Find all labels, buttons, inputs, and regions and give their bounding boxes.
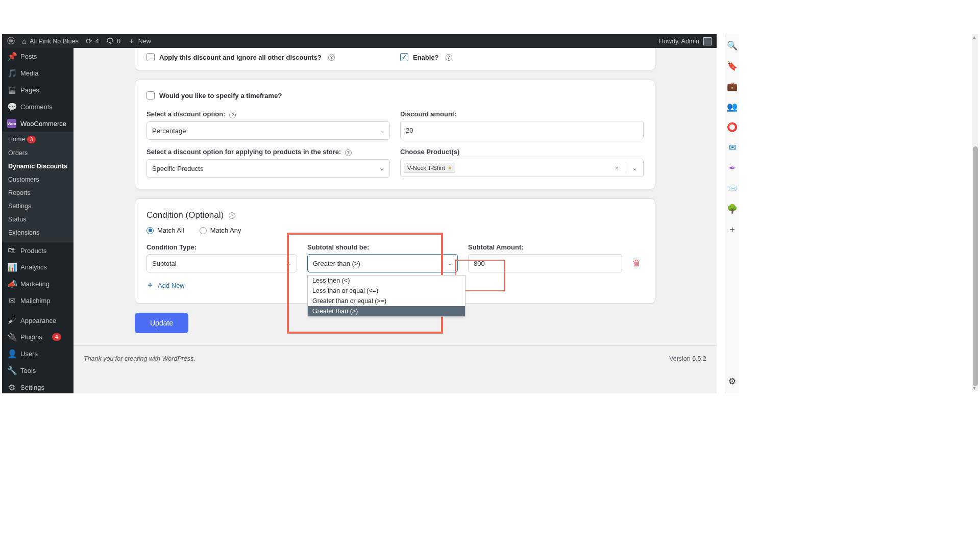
- discount-option-select[interactable]: Percentage⌄: [146, 121, 390, 140]
- menu-marketing[interactable]: 📣Marketing: [2, 276, 74, 292]
- chevron-down-icon: ⌄: [448, 260, 452, 267]
- content-area: Apply this discount and ignore all other…: [74, 48, 717, 393]
- home-icon: ⌂: [22, 37, 27, 45]
- update-button[interactable]: Update: [135, 313, 188, 333]
- outlook-icon[interactable]: ✉: [727, 142, 738, 153]
- apply-discount-checkbox[interactable]: Apply this discount and ignore all other…: [146, 53, 335, 61]
- menu-pages-label: Pages: [20, 86, 39, 94]
- submenu-settings[interactable]: Settings: [2, 199, 74, 213]
- submenu-home[interactable]: Home 3: [2, 133, 74, 146]
- condition-type-select[interactable]: Subtotal⌄: [146, 254, 297, 272]
- menu-mailchimp[interactable]: ✉Mailchimp: [2, 292, 74, 309]
- menu-appearance[interactable]: 🖌Appearance: [2, 312, 74, 329]
- appearance-icon: 🖌: [7, 316, 16, 325]
- pin-icon: 📌: [7, 52, 16, 61]
- choose-products-label: Choose Product(s): [400, 148, 644, 156]
- opt-less-than[interactable]: Less then (<): [308, 276, 465, 286]
- subtotal-operator-select[interactable]: Greater than (>)⌄: [307, 254, 458, 272]
- info-icon[interactable]: ?: [229, 112, 236, 118]
- plugins-badge: 4: [52, 333, 61, 341]
- menu-settings[interactable]: ⚙Settings: [2, 379, 74, 393]
- updates-link[interactable]: ⟳4: [86, 37, 99, 46]
- discount-amount-label: Discount amount:: [400, 110, 644, 118]
- add-tool-icon[interactable]: ＋: [727, 224, 738, 234]
- submenu-status[interactable]: Status: [2, 213, 74, 226]
- media-icon: 🎵: [7, 68, 16, 78]
- scroll-thumb[interactable]: [973, 146, 978, 386]
- tree-icon[interactable]: 🌳: [727, 204, 738, 214]
- chevron-down-icon: ⌄: [380, 128, 384, 134]
- applying-to-select[interactable]: Specific Products⌄: [146, 159, 390, 178]
- divider: [626, 162, 626, 173]
- submenu-customers[interactable]: Customers: [2, 173, 74, 186]
- menu-analytics-label: Analytics: [20, 263, 47, 271]
- people-icon[interactable]: 👥: [727, 102, 738, 112]
- scrollbar[interactable]: ▲ ▼: [972, 34, 978, 391]
- comments-count: 0: [117, 38, 120, 45]
- opt-gte[interactable]: Greater than or equal (>=): [308, 296, 465, 306]
- menu-mailchimp-label: Mailchimp: [20, 297, 51, 305]
- menu-plugins-label: Plugins: [20, 333, 42, 341]
- menu-posts-label: Posts: [20, 53, 37, 60]
- enable-checkbox[interactable]: Enable??: [400, 53, 452, 61]
- new-content-link[interactable]: ＋New: [128, 36, 151, 46]
- delete-condition-icon[interactable]: 🗑: [632, 259, 641, 268]
- match-all-radio[interactable]: Match All: [146, 227, 184, 234]
- menu-woocommerce[interactable]: WooWooCommerce: [2, 115, 74, 132]
- site-name-link[interactable]: ⌂All Pink No Blues: [22, 37, 79, 45]
- wp-logo[interactable]: ⓦ: [7, 36, 15, 46]
- scroll-up-icon[interactable]: ▲: [972, 34, 977, 40]
- avatar[interactable]: [703, 37, 712, 45]
- menu-analytics[interactable]: 📊Analytics: [2, 259, 74, 276]
- match-any-label: Match Any: [210, 227, 241, 234]
- chevron-down-icon[interactable]: ⌄: [629, 165, 640, 171]
- discount-amount-input[interactable]: [400, 121, 644, 139]
- comments-icon: 💬: [7, 102, 16, 112]
- opt-greater-than[interactable]: Greater than (>): [308, 306, 465, 316]
- menu-products[interactable]: 🛍Products: [2, 242, 74, 259]
- choose-products-multiselect[interactable]: V-Neck T-Shirt× × ⌄: [400, 159, 644, 177]
- footer-thanks: Thank you for creating with WordPress.: [84, 355, 195, 362]
- search-icon[interactable]: 🔍: [727, 40, 738, 51]
- subtotal-amount-input[interactable]: [468, 254, 622, 272]
- scroll-down-icon[interactable]: ▼: [972, 385, 977, 391]
- menu-tools-label: Tools: [20, 367, 36, 374]
- plus-icon: ＋: [146, 281, 154, 290]
- info-icon[interactable]: ?: [345, 149, 352, 156]
- tag-icon[interactable]: 🔖: [727, 61, 738, 71]
- discount-options-card: Would you like to specify a timeframe? S…: [135, 80, 655, 189]
- tag-remove-icon[interactable]: ×: [448, 165, 452, 171]
- menu-media[interactable]: 🎵Media: [2, 65, 74, 82]
- menu-users[interactable]: 👤Users: [2, 345, 74, 362]
- settings-icon: ⚙: [7, 383, 16, 392]
- match-any-radio[interactable]: Match Any: [200, 227, 241, 234]
- subtotal-should-be-label: Subtotal should be:: [307, 243, 458, 251]
- submenu-orders[interactable]: Orders: [2, 146, 74, 160]
- menu-posts[interactable]: 📌Posts: [2, 48, 74, 65]
- comments-icon: 🗨: [106, 37, 114, 45]
- menu-pages[interactable]: ▤Pages: [2, 82, 74, 98]
- info-icon[interactable]: ?: [446, 54, 452, 61]
- office-icon[interactable]: ⭕: [727, 122, 738, 132]
- gear-icon[interactable]: ⚙: [727, 376, 738, 386]
- briefcase-icon[interactable]: 💼: [727, 81, 738, 91]
- submenu-dynamic-discounts[interactable]: Dynamic Discounts: [2, 160, 74, 173]
- menu-tools[interactable]: 🔧Tools: [2, 362, 74, 379]
- howdy-text[interactable]: Howdy, Admin: [659, 38, 699, 45]
- subtotal-operator-value: Greater than (>): [313, 260, 360, 267]
- info-icon[interactable]: ?: [229, 212, 235, 219]
- info-icon[interactable]: ?: [328, 54, 335, 61]
- submenu-reports[interactable]: Reports: [2, 186, 74, 199]
- menu-comments[interactable]: 💬Comments: [2, 98, 74, 115]
- clear-all-icon[interactable]: ×: [610, 164, 623, 172]
- add-new-condition-button[interactable]: ＋Add New: [146, 281, 185, 290]
- send-icon[interactable]: 📨: [727, 183, 738, 193]
- discount-option-label: Select a discount option: ?: [146, 110, 390, 118]
- submenu-extensions[interactable]: Extensions: [2, 226, 74, 239]
- admin-footer: Thank you for creating with WordPress. V…: [74, 345, 717, 368]
- timeframe-checkbox[interactable]: Would you like to specify a timeframe?: [146, 91, 282, 99]
- opt-lte[interactable]: Less than or equal (<=): [308, 286, 465, 296]
- comments-link[interactable]: 🗨0: [106, 37, 120, 45]
- feather-icon[interactable]: ✒: [727, 163, 738, 173]
- menu-plugins[interactable]: 🔌Plugins 4: [2, 329, 74, 345]
